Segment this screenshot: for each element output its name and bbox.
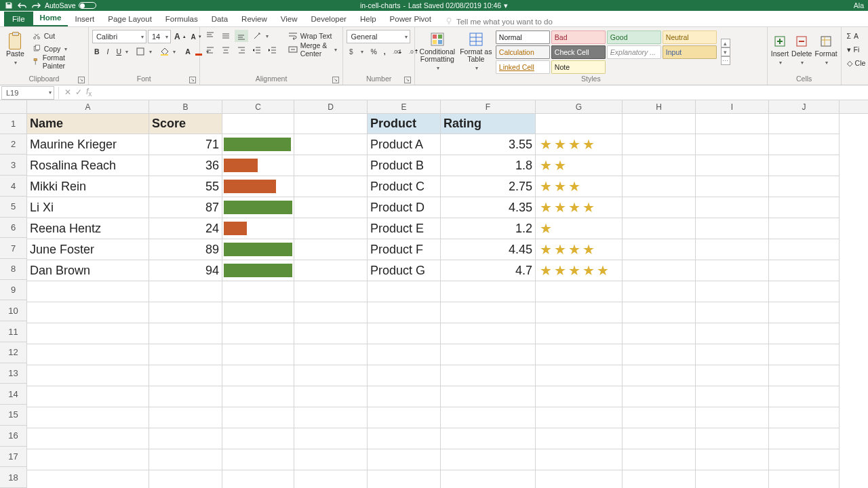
cell-D8[interactable]: [294, 260, 368, 281]
italic-button[interactable]: I: [105, 45, 111, 58]
fx-icon[interactable]: fx: [86, 87, 92, 98]
font-size-dropdown[interactable]: 14▾: [148, 30, 171, 43]
cell-B12[interactable]: [149, 344, 222, 365]
cell-G16[interactable]: [536, 428, 623, 449]
cell-I11[interactable]: [696, 323, 769, 344]
cell-D5[interactable]: [294, 197, 368, 218]
rating-cell[interactable]: 4.7: [441, 260, 536, 281]
more-icon[interactable]: ⋯: [721, 56, 730, 65]
stars-cell[interactable]: ★★★★: [536, 134, 623, 155]
tab-formulas[interactable]: Formulas: [159, 12, 205, 26]
cell-H10[interactable]: [623, 302, 696, 323]
row-header-2[interactable]: 2: [0, 134, 26, 155]
cell-style-normal[interactable]: Normal: [496, 30, 550, 44]
cell-J14[interactable]: [769, 386, 840, 407]
bar-cell[interactable]: [222, 134, 294, 155]
cell-B16[interactable]: [149, 428, 222, 449]
cell-D7[interactable]: [294, 239, 368, 260]
product-cell[interactable]: Product D: [368, 197, 441, 218]
redo-icon[interactable]: [31, 1, 41, 10]
cell-J1[interactable]: [769, 114, 840, 134]
name-cell[interactable]: Rosalina Reach: [27, 155, 149, 176]
stars-cell[interactable]: ★★★★★: [536, 260, 623, 281]
tab-developer[interactable]: Developer: [304, 12, 353, 26]
formula-input[interactable]: [94, 86, 868, 100]
cell-E18[interactable]: [368, 470, 441, 488]
cell-E15[interactable]: [368, 407, 441, 428]
decrease-indent-icon[interactable]: [250, 44, 264, 56]
bar-cell[interactable]: [222, 260, 294, 281]
cell-J2[interactable]: [769, 134, 840, 155]
name-box[interactable]: L19 ▾: [1, 86, 54, 100]
cell-C16[interactable]: [222, 428, 294, 449]
rating-cell[interactable]: 1.2: [441, 218, 536, 239]
product-cell[interactable]: Product G: [368, 260, 441, 281]
cell-I1[interactable]: [696, 114, 769, 134]
tell-me-search[interactable]: Tell me what you want to do: [445, 17, 553, 26]
percent-format-icon[interactable]: %: [368, 45, 378, 58]
col-header-A[interactable]: A: [27, 100, 149, 113]
cell-D16[interactable]: [294, 428, 368, 449]
cell-E9[interactable]: [368, 281, 441, 302]
cell-J8[interactable]: [769, 260, 840, 281]
cell-I3[interactable]: [696, 155, 769, 176]
wrap-text-button[interactable]: Wrap Text: [286, 30, 340, 42]
insert-cells-button[interactable]: Insert▾: [771, 30, 789, 70]
cell-B11[interactable]: [149, 323, 222, 344]
cell-G15[interactable]: [536, 407, 623, 428]
cell-D15[interactable]: [294, 407, 368, 428]
row-header-6[interactable]: 6: [0, 218, 26, 239]
cell-I2[interactable]: [696, 134, 769, 155]
cell-H15[interactable]: [623, 407, 696, 428]
header-score[interactable]: Score: [149, 114, 222, 134]
stars-cell[interactable]: ★★★★: [536, 239, 623, 260]
cell-D9[interactable]: [294, 281, 368, 302]
cell-G18[interactable]: [536, 470, 623, 488]
cell-H7[interactable]: [623, 239, 696, 260]
cell-A11[interactable]: [27, 323, 149, 344]
cell-J7[interactable]: [769, 239, 840, 260]
cell-G12[interactable]: [536, 344, 623, 365]
number-format-dropdown[interactable]: General▾: [347, 30, 410, 43]
cell-C9[interactable]: [222, 281, 294, 302]
bar-cell[interactable]: [222, 155, 294, 176]
col-header-H[interactable]: H: [623, 100, 696, 113]
cell-style-check-cell[interactable]: Check Cell: [551, 45, 606, 59]
tab-view[interactable]: View: [274, 12, 304, 26]
cell-F15[interactable]: [441, 407, 536, 428]
cell-C1[interactable]: [222, 114, 294, 134]
cell-A13[interactable]: [27, 365, 149, 386]
toggle-off-icon[interactable]: [79, 2, 96, 9]
save-icon[interactable]: [4, 1, 14, 10]
underline-button[interactable]: U▾: [114, 45, 130, 58]
cell-I10[interactable]: [696, 302, 769, 323]
gallery-scroll[interactable]: ▴ ▾ ⋯: [721, 39, 730, 65]
col-header-D[interactable]: D: [294, 100, 368, 113]
cell-F10[interactable]: [441, 302, 536, 323]
row-header-15[interactable]: 15: [0, 405, 26, 426]
cell-C10[interactable]: [222, 302, 294, 323]
name-cell[interactable]: Mikki Rein: [27, 176, 149, 197]
align-right-icon[interactable]: [235, 44, 248, 56]
cell-H14[interactable]: [623, 386, 696, 407]
row-header-9[interactable]: 9: [0, 280, 26, 301]
cell-J11[interactable]: [769, 323, 840, 344]
cell-H16[interactable]: [623, 428, 696, 449]
undo-icon[interactable]: [18, 1, 27, 10]
format-as-table-button[interactable]: Format as Table▾: [459, 32, 493, 73]
score-cell[interactable]: 87: [149, 197, 222, 218]
column-headers[interactable]: ABCDEFGHIJ: [27, 100, 868, 114]
product-cell[interactable]: Product F: [368, 239, 441, 260]
cell-H11[interactable]: [623, 323, 696, 344]
cell-F13[interactable]: [441, 365, 536, 386]
cell-D3[interactable]: [294, 155, 368, 176]
tab-help[interactable]: Help: [353, 12, 383, 26]
cell-D17[interactable]: [294, 449, 368, 470]
cell-D18[interactable]: [294, 470, 368, 488]
cell-F12[interactable]: [441, 344, 536, 365]
borders-button[interactable]: ▾: [134, 45, 154, 58]
row-header-3[interactable]: 3: [0, 155, 26, 176]
product-cell[interactable]: Product B: [368, 155, 441, 176]
tab-review[interactable]: Review: [235, 12, 274, 26]
cell-H4[interactable]: [623, 176, 696, 197]
